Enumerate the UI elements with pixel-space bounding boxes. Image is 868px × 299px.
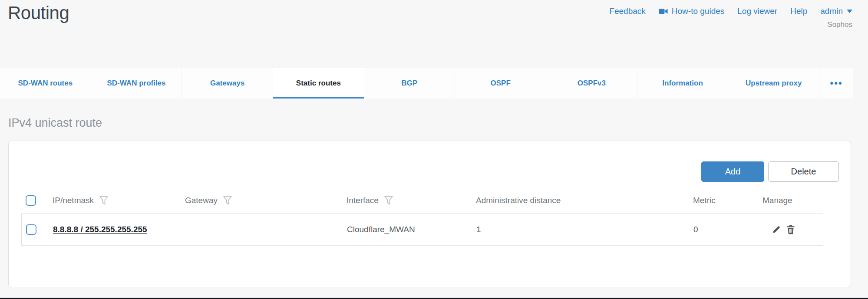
admin-label: admin [820,7,843,16]
filter-icon[interactable] [384,195,393,206]
tab-gateways[interactable]: Gateways [182,68,273,99]
tab-bgp[interactable]: BGP [364,68,455,99]
column-label: Interface [347,196,379,205]
edit-button[interactable] [772,225,781,234]
tab-static-routes[interactable]: Static routes [273,68,364,99]
column-header-manage: Manage [758,196,829,205]
pencil-icon [772,225,781,234]
delete-row-button[interactable] [786,225,795,235]
admin-menu[interactable]: admin [820,7,852,16]
table-row: 8.8.8.8 / 255.255.255.255 Cloudflare_MWA… [21,214,823,246]
row-checkbox[interactable] [26,224,36,235]
ip-netmask-cell: 8.8.8.8 / 255.255.255.255 [49,225,181,234]
column-label: Metric [693,196,716,205]
section-title: IPv4 unicast route [8,116,102,130]
column-label: IP/netmask [53,196,94,205]
tab-ospfv3[interactable]: OSPFv3 [546,68,637,99]
column-header-metric: Metric [689,196,758,205]
column-label: Gateway [185,196,218,205]
filter-icon[interactable] [99,195,109,206]
tab-ospf[interactable]: OSPF [455,68,546,99]
row-select-cell [22,224,49,235]
select-all-checkbox[interactable] [26,195,36,206]
org-label: Sophos [827,20,852,29]
tab-sd-wan-profiles[interactable]: SD-WAN profiles [91,68,182,99]
column-header-interface: Interface [342,195,472,206]
video-camera-icon [659,7,668,15]
filter-icon[interactable] [223,195,232,206]
ellipsis-icon: ••• [830,78,842,89]
interface-cell: Cloudflare_MWAN [343,225,472,234]
column-header-administrative-distance: Administrative distance [472,196,689,205]
delete-button[interactable]: Delete [768,161,839,182]
trash-icon [786,225,795,235]
tab-upstream-proxy[interactable]: Upstream proxy [728,68,819,99]
tab-label: Static routes [296,79,341,88]
table-header: IP/netmask Gateway Interface Administrat… [21,190,829,211]
metric-cell: 0 [689,225,759,234]
tab-sd-wan-routes[interactable]: SD-WAN routes [0,68,91,99]
feedback-link[interactable]: Feedback [609,7,645,16]
column-header-gateway: Gateway [181,195,342,206]
tab-label: Information [662,79,703,88]
toolbar: Add Delete [701,161,839,182]
tab-label: SD-WAN profiles [107,79,165,88]
help-link[interactable]: Help [790,7,807,16]
page-title: Routing [8,3,69,23]
add-button[interactable]: Add [701,161,764,182]
top-nav: Feedback How-to guides Log viewer Help a… [609,7,852,16]
howto-guides-label: How-to guides [672,7,724,16]
tab-more[interactable]: ••• [819,68,853,99]
tab-label: BGP [402,79,418,88]
tab-bar: SD-WAN routes SD-WAN profiles Gateways S… [0,68,853,99]
route-ip-link[interactable]: 8.8.8.8 / 255.255.255.255 [53,225,147,234]
howto-guides-link[interactable]: How-to guides [659,7,724,16]
admin-distance-cell: 1 [472,225,689,234]
header-select-cell [21,195,48,206]
tab-label: Upstream proxy [746,79,802,88]
column-label: Manage [762,196,792,205]
tab-label: SD-WAN routes [18,79,73,88]
column-header-ip-netmask: IP/netmask [48,195,181,206]
ipv4-routes-panel: Add Delete IP/netmask Gateway Interface … [8,141,851,287]
tab-label: Gateways [210,79,244,88]
column-label: Administrative distance [476,196,561,205]
caret-down-icon [847,10,852,13]
tab-label: OSPFv3 [578,79,606,88]
tab-information[interactable]: Information [637,68,729,99]
tab-label: OSPF [491,79,511,88]
manage-cell [759,225,823,235]
log-viewer-link[interactable]: Log viewer [737,7,777,16]
